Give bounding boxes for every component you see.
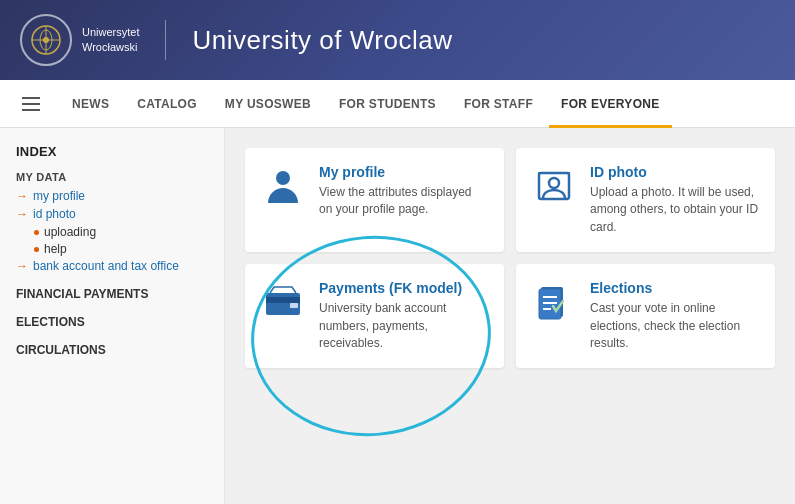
sidebar-section-my-data: MY DATA	[16, 171, 208, 183]
card-payments-body: Payments (FK model) University bank acco…	[319, 280, 488, 352]
svg-rect-9	[266, 297, 300, 303]
wallet-icon	[261, 280, 305, 324]
card-my-profile-desc: View the attributes displayed on your pr…	[319, 184, 488, 219]
bullet-icon	[34, 230, 39, 235]
hamburger-menu[interactable]	[16, 91, 46, 117]
nav-item-myusosweb[interactable]: MY USOSWEB	[213, 80, 323, 128]
card-id-photo[interactable]: ID photo Upload a photo. It will be used…	[516, 148, 775, 252]
sidebar: INDEX MY DATA → my profile → id photo up…	[0, 128, 225, 504]
sidebar-circulations[interactable]: CIRCULATIONS	[16, 343, 208, 357]
card-payments-title[interactable]: Payments (FK model)	[319, 280, 488, 296]
page-header: Uniwersytet Wrocławski University of Wro…	[0, 0, 795, 80]
nav-item-news[interactable]: NEWS	[60, 80, 121, 128]
arrow-icon: →	[16, 207, 28, 221]
card-elections-desc: Cast your vote in online elections, chec…	[590, 300, 759, 352]
card-id-photo-desc: Upload a photo. It will be used, among o…	[590, 184, 759, 236]
sidebar-financial-payments[interactable]: FINANCIAL PAYMENTS	[16, 287, 208, 301]
university-emblem	[20, 14, 72, 66]
card-id-photo-body: ID photo Upload a photo. It will be used…	[590, 164, 759, 236]
photo-icon	[532, 164, 576, 208]
card-payments-desc: University bank account numbers, payment…	[319, 300, 488, 352]
main-navbar: NEWS CATALOG MY USOSWEB FOR STUDENTS FOR…	[0, 80, 795, 128]
person-icon	[261, 164, 305, 208]
sidebar-item-uploading[interactable]: uploading	[34, 225, 208, 239]
sidebar-link-bank-account[interactable]: → bank account and tax office	[16, 259, 208, 273]
ballot-icon	[532, 280, 576, 324]
nav-item-forstaff[interactable]: FOR STAFF	[452, 80, 545, 128]
sidebar-link-my-profile[interactable]: → my profile	[16, 189, 208, 203]
university-title: University of Wroclaw	[192, 25, 452, 56]
bullet-icon	[34, 247, 39, 252]
card-id-photo-title[interactable]: ID photo	[590, 164, 759, 180]
sidebar-elections[interactable]: ELECTIONS	[16, 315, 208, 329]
cards-grid: My profile View the attributes displayed…	[245, 148, 775, 368]
arrow-icon: →	[16, 189, 28, 203]
card-elections[interactable]: Elections Cast your vote in online elect…	[516, 264, 775, 368]
nav-item-catalog[interactable]: CATALOG	[125, 80, 209, 128]
nav-item-foreveryone[interactable]: FOR EVERYONE	[549, 80, 672, 128]
sidebar-item-help[interactable]: help	[34, 242, 208, 256]
card-my-profile-title[interactable]: My profile	[319, 164, 488, 180]
card-my-profile-body: My profile View the attributes displayed…	[319, 164, 488, 219]
svg-point-4	[43, 37, 49, 43]
logo-area: Uniwersytet Wrocławski	[20, 14, 139, 66]
svg-point-7	[549, 178, 559, 188]
card-elections-title[interactable]: Elections	[590, 280, 759, 296]
main-layout: INDEX MY DATA → my profile → id photo up…	[0, 128, 795, 504]
card-my-profile[interactable]: My profile View the attributes displayed…	[245, 148, 504, 252]
svg-rect-10	[290, 303, 298, 308]
nav-item-forstudents[interactable]: FOR STUDENTS	[327, 80, 448, 128]
header-divider	[165, 20, 166, 60]
sidebar-link-id-photo[interactable]: → id photo	[16, 207, 208, 221]
card-payments[interactable]: Payments (FK model) University bank acco…	[245, 264, 504, 368]
sidebar-sub-uploading: uploading help	[16, 225, 208, 256]
svg-point-5	[276, 171, 290, 185]
university-logo-text: Uniwersytet Wrocławski	[82, 25, 139, 56]
sidebar-index-label: INDEX	[16, 144, 208, 159]
arrow-icon: →	[16, 259, 28, 273]
card-elections-body: Elections Cast your vote in online elect…	[590, 280, 759, 352]
main-content: My profile View the attributes displayed…	[225, 128, 795, 504]
